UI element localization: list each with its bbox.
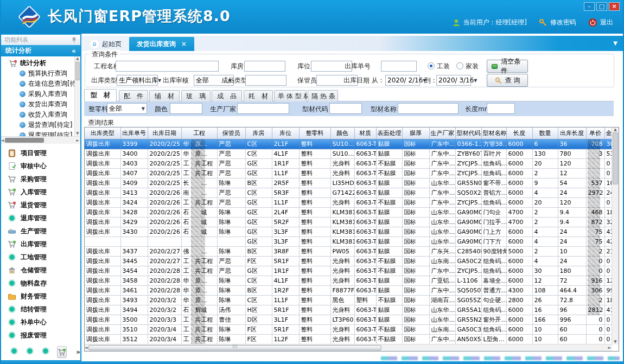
column-header-材质[interactable]: 材质 xyxy=(354,127,376,139)
cell[interactable]: 陈琳 xyxy=(217,334,245,344)
clear-conditions-button[interactable]: 清空条件 xyxy=(487,60,528,73)
cell[interactable]: 130 xyxy=(532,149,558,158)
tree-item[interactable]: 发货出库查询 xyxy=(1,99,80,110)
cell[interactable]: 贴膜 xyxy=(376,227,402,237)
cell[interactable]: 0 xyxy=(604,324,612,334)
cell[interactable]: 36 xyxy=(558,139,586,149)
column-header-表面处理[interactable]: 表面处理 xyxy=(376,127,402,139)
tab-overflow-dropdown-icon[interactable]: ▼ xyxy=(613,40,617,46)
cell[interactable]: 广亚铝… xyxy=(429,276,455,285)
cell[interactable]: PW05 xyxy=(330,246,354,256)
cell[interactable]: 调拨出库 xyxy=(85,168,120,178)
cell[interactable]: 1R1F xyxy=(272,266,299,276)
cell[interactable]: 6063-T5 xyxy=(354,285,376,295)
subtab-4[interactable]: 玻 璃 xyxy=(181,90,211,101)
table-row[interactable]: 调拨出库34032020/2/25工 共工程严思G区1R1F整料光身料6063-… xyxy=(85,158,612,168)
cell[interactable]: 3437 xyxy=(120,246,148,256)
order-no-input[interactable] xyxy=(381,61,417,72)
sidebar-item-仓储管理[interactable]: 仓储管理 xyxy=(1,264,80,277)
cell[interactable]: 不贴膜 xyxy=(376,168,402,178)
grid-horizontal-scrollbar[interactable]: ◄► xyxy=(85,344,612,351)
cell[interactable]: 6063-T5 xyxy=(354,149,376,158)
cell[interactable]: 陈琳 xyxy=(217,207,245,217)
cell[interactable]: G区 xyxy=(245,266,272,276)
length-input[interactable] xyxy=(487,103,515,114)
cell[interactable]: 陈琳 xyxy=(217,295,245,305)
cell[interactable]: 门下方 xyxy=(481,237,506,246)
tree-item[interactable]: 在途信息查询[待 xyxy=(1,79,80,89)
cell[interactable]: 24 xyxy=(558,188,586,197)
table-row[interactable]: 调拨出库34582020/2/28华 原…陈琳C区4L1F整料光身料6063-T… xyxy=(85,276,612,285)
cell[interactable]: 9.4 xyxy=(558,217,586,227)
cell[interactable]: 贴膜 xyxy=(376,207,402,217)
cell[interactable]: 调拨出库 xyxy=(85,324,120,334)
cell[interactable]: 123 xyxy=(604,276,612,285)
cell[interactable]: 国标 xyxy=(402,178,429,188)
cell[interactable]: 贴膜 xyxy=(376,149,402,158)
cell[interactable]: 6063-T5 xyxy=(354,246,376,256)
cell[interactable]: 6063-T5 xyxy=(354,217,376,227)
tree-vertical-scrollbar[interactable]: ▲▼ xyxy=(74,56,80,136)
cell[interactable]: 180 xyxy=(558,266,586,276)
cell[interactable]: 6063-T5 xyxy=(354,324,376,334)
cell[interactable]: SQ50X2… xyxy=(455,188,481,197)
cell[interactable]: 6000 xyxy=(506,276,532,285)
cell[interactable]: 3494 xyxy=(120,305,148,315)
cell[interactable]: 国标 xyxy=(402,324,429,334)
cell[interactable]: 3L1F xyxy=(272,315,299,324)
cell[interactable]: 整料 xyxy=(299,256,330,266)
cell[interactable]: 3430 xyxy=(120,227,148,237)
cell[interactable]: 组角码… xyxy=(481,158,506,168)
cell[interactable]: 光身料 xyxy=(330,168,354,178)
cell[interactable]: 1L1F xyxy=(272,168,299,178)
cell[interactable]: 调拨出库 xyxy=(85,266,120,276)
cell[interactable]: 严思 xyxy=(217,168,245,178)
cell[interactable]: 陈琳 xyxy=(217,285,245,295)
column-header-出库类型[interactable]: 出库类型 xyxy=(85,127,120,139)
subtab-2[interactable]: 配 件 xyxy=(119,90,148,101)
cell[interactable]: 2020/3/3 xyxy=(148,315,181,324)
cell[interactable]: 国标 xyxy=(402,139,429,149)
cell[interactable]: 陈琳 xyxy=(217,246,245,256)
cell[interactable]: 国标 xyxy=(402,188,429,197)
cell[interactable]: 2 xyxy=(532,168,558,178)
cell[interactable]: 108 xyxy=(532,285,558,295)
cell[interactable]: 6063-T5 xyxy=(354,188,376,197)
cell[interactable]: GA90M09. xyxy=(455,237,481,246)
profile-name-input[interactable] xyxy=(398,103,459,114)
column-header-出库日期[interactable]: 出库日期 xyxy=(148,127,181,139)
table-row[interactable]: 调拨出库33992020/2/25华 原…严思C区2L1F整料SU10…6063… xyxy=(85,139,612,149)
cell[interactable]: G区 xyxy=(245,197,272,207)
cell[interactable]: 光身料 xyxy=(330,305,354,315)
cell[interactable]: 广东中… xyxy=(429,168,455,178)
cell[interactable]: 0 xyxy=(604,168,612,178)
cell[interactable]: C区 xyxy=(245,276,272,285)
column-header-数量[interactable]: 数量 xyxy=(532,127,558,139)
profile-code-input[interactable] xyxy=(329,103,362,114)
cell[interactable]: 1L1F xyxy=(272,295,299,305)
cell[interactable]: 2020/2/27 xyxy=(148,246,181,256)
cell[interactable]: 6000 xyxy=(506,188,532,197)
cell[interactable]: 6000 xyxy=(506,315,532,324)
table-row[interactable]: 调拨出库34132020/2/26南 …严思C区5R3F整料G714226063… xyxy=(85,188,612,197)
cell[interactable]: 整料 xyxy=(299,276,330,285)
table-row[interactable]: 调拨出库34612020/2/28华 原…陈琳B区1R2F整料F8877FT60… xyxy=(85,285,612,295)
table-row[interactable]: 调拨出库35122020/3/4工 共工程陈琳F区1L2F整料光身料6063-T… xyxy=(85,334,612,344)
cell[interactable]: 20 xyxy=(532,158,558,168)
cell[interactable]: 国标 xyxy=(402,168,429,178)
cell[interactable]: 整料 xyxy=(299,305,330,315)
cell[interactable]: 6063-T5 xyxy=(354,334,376,344)
industrial-radio[interactable] xyxy=(428,62,435,69)
cell[interactable]: 3510 xyxy=(120,324,148,334)
cell[interactable]: 24 xyxy=(558,256,586,266)
cell[interactable]: 陈琳 xyxy=(217,217,245,227)
cell[interactable]: 国标 xyxy=(402,266,429,276)
cell[interactable]: 国标 xyxy=(402,334,429,344)
cell[interactable]: 423 xyxy=(604,237,612,246)
cell[interactable]: 光身料 xyxy=(330,324,354,334)
collapsed-module-dot-icon[interactable] xyxy=(10,347,18,357)
cell[interactable]: 调拨出库 xyxy=(85,285,120,295)
cell[interactable]: 3413 xyxy=(120,188,148,197)
cell[interactable]: 3399 xyxy=(120,139,148,149)
cell[interactable]: 调拨出库 xyxy=(85,207,120,217)
